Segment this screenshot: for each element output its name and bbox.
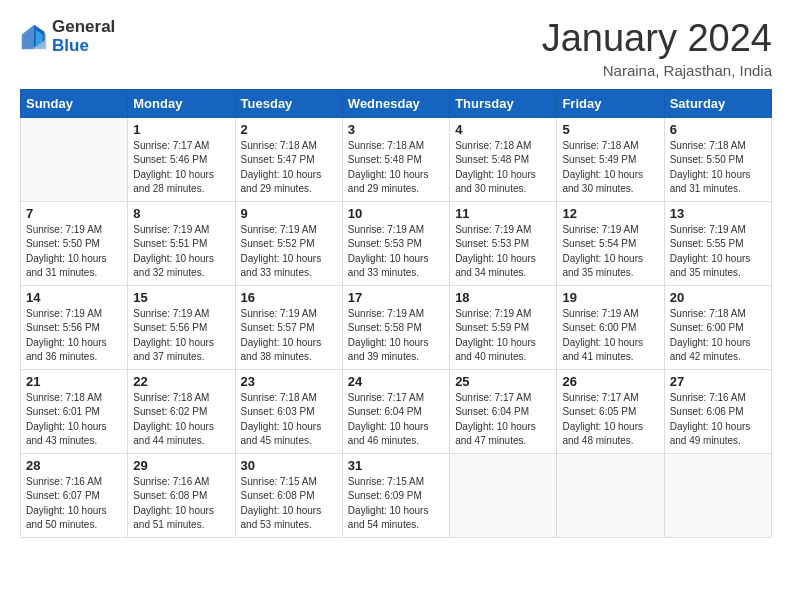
calendar-cell: 24Sunrise: 7:17 AM Sunset: 6:04 PM Dayli… [342, 369, 449, 453]
calendar-week-row: 14Sunrise: 7:19 AM Sunset: 5:56 PM Dayli… [21, 285, 772, 369]
day-number: 16 [241, 290, 337, 305]
day-info: Sunrise: 7:16 AM Sunset: 6:06 PM Dayligh… [670, 391, 766, 449]
calendar-week-row: 21Sunrise: 7:18 AM Sunset: 6:01 PM Dayli… [21, 369, 772, 453]
day-number: 1 [133, 122, 229, 137]
calendar-cell: 12Sunrise: 7:19 AM Sunset: 5:54 PM Dayli… [557, 201, 664, 285]
day-info: Sunrise: 7:18 AM Sunset: 5:47 PM Dayligh… [241, 139, 337, 197]
day-number: 31 [348, 458, 444, 473]
calendar-cell: 16Sunrise: 7:19 AM Sunset: 5:57 PM Dayli… [235, 285, 342, 369]
day-number: 27 [670, 374, 766, 389]
logo-icon [20, 23, 48, 51]
day-number: 20 [670, 290, 766, 305]
day-info: Sunrise: 7:18 AM Sunset: 5:50 PM Dayligh… [670, 139, 766, 197]
calendar-cell: 26Sunrise: 7:17 AM Sunset: 6:05 PM Dayli… [557, 369, 664, 453]
logo-general: General [52, 18, 115, 37]
day-number: 13 [670, 206, 766, 221]
calendar-header-row: SundayMondayTuesdayWednesdayThursdayFrid… [21, 89, 772, 117]
day-info: Sunrise: 7:18 AM Sunset: 6:01 PM Dayligh… [26, 391, 122, 449]
calendar-cell: 27Sunrise: 7:16 AM Sunset: 6:06 PM Dayli… [664, 369, 771, 453]
day-number: 28 [26, 458, 122, 473]
calendar-cell: 21Sunrise: 7:18 AM Sunset: 6:01 PM Dayli… [21, 369, 128, 453]
calendar-cell: 23Sunrise: 7:18 AM Sunset: 6:03 PM Dayli… [235, 369, 342, 453]
day-number: 10 [348, 206, 444, 221]
day-info: Sunrise: 7:16 AM Sunset: 6:07 PM Dayligh… [26, 475, 122, 533]
day-info: Sunrise: 7:19 AM Sunset: 5:51 PM Dayligh… [133, 223, 229, 281]
svg-marker-2 [22, 24, 34, 49]
day-number: 4 [455, 122, 551, 137]
day-header-wednesday: Wednesday [342, 89, 449, 117]
day-number: 21 [26, 374, 122, 389]
calendar-week-row: 1Sunrise: 7:17 AM Sunset: 5:46 PM Daylig… [21, 117, 772, 201]
calendar-cell: 6Sunrise: 7:18 AM Sunset: 5:50 PM Daylig… [664, 117, 771, 201]
day-info: Sunrise: 7:19 AM Sunset: 5:57 PM Dayligh… [241, 307, 337, 365]
calendar-cell [664, 453, 771, 537]
day-info: Sunrise: 7:19 AM Sunset: 6:00 PM Dayligh… [562, 307, 658, 365]
calendar-cell: 8Sunrise: 7:19 AM Sunset: 5:51 PM Daylig… [128, 201, 235, 285]
day-number: 2 [241, 122, 337, 137]
day-info: Sunrise: 7:19 AM Sunset: 5:56 PM Dayligh… [133, 307, 229, 365]
calendar-cell [450, 453, 557, 537]
calendar-cell [557, 453, 664, 537]
day-number: 12 [562, 206, 658, 221]
calendar-cell: 28Sunrise: 7:16 AM Sunset: 6:07 PM Dayli… [21, 453, 128, 537]
page: General Blue January 2024 Naraina, Rajas… [0, 0, 792, 556]
day-number: 22 [133, 374, 229, 389]
calendar-cell: 9Sunrise: 7:19 AM Sunset: 5:52 PM Daylig… [235, 201, 342, 285]
day-info: Sunrise: 7:19 AM Sunset: 5:52 PM Dayligh… [241, 223, 337, 281]
calendar-week-row: 7Sunrise: 7:19 AM Sunset: 5:50 PM Daylig… [21, 201, 772, 285]
day-number: 24 [348, 374, 444, 389]
day-number: 26 [562, 374, 658, 389]
day-info: Sunrise: 7:18 AM Sunset: 5:48 PM Dayligh… [348, 139, 444, 197]
calendar-title: January 2024 [542, 18, 772, 60]
day-number: 23 [241, 374, 337, 389]
calendar-cell: 17Sunrise: 7:19 AM Sunset: 5:58 PM Dayli… [342, 285, 449, 369]
calendar-cell: 18Sunrise: 7:19 AM Sunset: 5:59 PM Dayli… [450, 285, 557, 369]
calendar-cell: 2Sunrise: 7:18 AM Sunset: 5:47 PM Daylig… [235, 117, 342, 201]
day-header-thursday: Thursday [450, 89, 557, 117]
logo: General Blue [20, 18, 115, 55]
logo-blue-text: Blue [52, 37, 115, 56]
day-info: Sunrise: 7:17 AM Sunset: 6:04 PM Dayligh… [348, 391, 444, 449]
day-number: 3 [348, 122, 444, 137]
day-info: Sunrise: 7:18 AM Sunset: 5:48 PM Dayligh… [455, 139, 551, 197]
day-number: 9 [241, 206, 337, 221]
calendar-cell: 25Sunrise: 7:17 AM Sunset: 6:04 PM Dayli… [450, 369, 557, 453]
calendar-cell [21, 117, 128, 201]
day-info: Sunrise: 7:18 AM Sunset: 6:02 PM Dayligh… [133, 391, 229, 449]
calendar-cell: 5Sunrise: 7:18 AM Sunset: 5:49 PM Daylig… [557, 117, 664, 201]
day-info: Sunrise: 7:18 AM Sunset: 5:49 PM Dayligh… [562, 139, 658, 197]
day-number: 19 [562, 290, 658, 305]
day-info: Sunrise: 7:19 AM Sunset: 5:56 PM Dayligh… [26, 307, 122, 365]
calendar-cell: 20Sunrise: 7:18 AM Sunset: 6:00 PM Dayli… [664, 285, 771, 369]
calendar-cell: 29Sunrise: 7:16 AM Sunset: 6:08 PM Dayli… [128, 453, 235, 537]
day-info: Sunrise: 7:19 AM Sunset: 5:53 PM Dayligh… [348, 223, 444, 281]
day-number: 5 [562, 122, 658, 137]
day-number: 8 [133, 206, 229, 221]
title-block: January 2024 Naraina, Rajasthan, India [542, 18, 772, 79]
day-number: 11 [455, 206, 551, 221]
day-header-saturday: Saturday [664, 89, 771, 117]
day-number: 7 [26, 206, 122, 221]
day-number: 14 [26, 290, 122, 305]
day-info: Sunrise: 7:17 AM Sunset: 6:05 PM Dayligh… [562, 391, 658, 449]
day-header-tuesday: Tuesday [235, 89, 342, 117]
day-info: Sunrise: 7:17 AM Sunset: 6:04 PM Dayligh… [455, 391, 551, 449]
day-number: 18 [455, 290, 551, 305]
calendar-cell: 1Sunrise: 7:17 AM Sunset: 5:46 PM Daylig… [128, 117, 235, 201]
day-info: Sunrise: 7:17 AM Sunset: 5:46 PM Dayligh… [133, 139, 229, 197]
calendar-cell: 4Sunrise: 7:18 AM Sunset: 5:48 PM Daylig… [450, 117, 557, 201]
day-info: Sunrise: 7:19 AM Sunset: 5:59 PM Dayligh… [455, 307, 551, 365]
header: General Blue January 2024 Naraina, Rajas… [20, 18, 772, 79]
day-info: Sunrise: 7:19 AM Sunset: 5:54 PM Dayligh… [562, 223, 658, 281]
day-info: Sunrise: 7:19 AM Sunset: 5:58 PM Dayligh… [348, 307, 444, 365]
day-header-monday: Monday [128, 89, 235, 117]
calendar-cell: 10Sunrise: 7:19 AM Sunset: 5:53 PM Dayli… [342, 201, 449, 285]
day-info: Sunrise: 7:19 AM Sunset: 5:53 PM Dayligh… [455, 223, 551, 281]
day-info: Sunrise: 7:15 AM Sunset: 6:08 PM Dayligh… [241, 475, 337, 533]
day-header-sunday: Sunday [21, 89, 128, 117]
day-info: Sunrise: 7:15 AM Sunset: 6:09 PM Dayligh… [348, 475, 444, 533]
calendar-cell: 11Sunrise: 7:19 AM Sunset: 5:53 PM Dayli… [450, 201, 557, 285]
day-info: Sunrise: 7:18 AM Sunset: 6:00 PM Dayligh… [670, 307, 766, 365]
calendar-cell: 14Sunrise: 7:19 AM Sunset: 5:56 PM Dayli… [21, 285, 128, 369]
day-number: 17 [348, 290, 444, 305]
